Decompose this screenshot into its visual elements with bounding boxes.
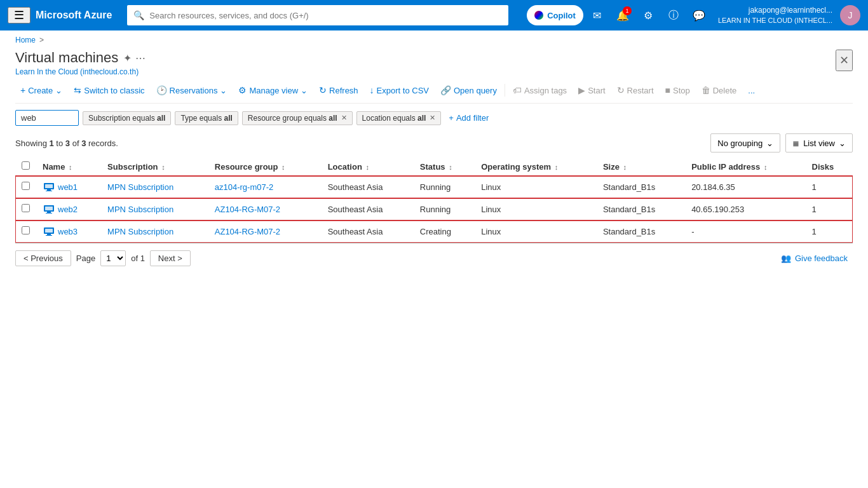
size-sort-icon[interactable]: ↕ [623, 163, 627, 171]
view-controls: No grouping ⌄ ≣ List view ⌄ [710, 133, 853, 152]
switch-to-classic-button[interactable]: ⇆ Switch to classic [69, 83, 149, 98]
email-icon-button[interactable]: ✉ [586, 4, 609, 27]
user-avatar[interactable]: J [840, 5, 860, 25]
subscription-sort-icon[interactable]: ↕ [161, 163, 165, 171]
os-value: Linux [475, 198, 597, 220]
close-button[interactable]: ✕ [836, 50, 853, 71]
copilot-button[interactable]: Copilot [527, 5, 583, 25]
previous-button[interactable]: < Previous [15, 250, 71, 266]
public-ip-sort-icon[interactable]: ↕ [764, 163, 768, 171]
filter-search-input[interactable] [15, 110, 79, 126]
next-button[interactable]: Next > [150, 250, 191, 266]
col-header-os[interactable]: Operating system ↕ [475, 158, 597, 176]
table-scroll-area[interactable]: Name ↕ Subscription ↕ Resource group ↕ L… [15, 158, 853, 243]
open-query-icon: 🔗 [440, 85, 451, 95]
page-title: Virtual machines ✦ ⋯ [15, 50, 146, 66]
status-sort-icon[interactable]: ↕ [449, 163, 452, 171]
resource-group-sort-icon[interactable]: ↕ [281, 163, 285, 171]
disks-value: 1 [806, 198, 853, 220]
settings-icon-button[interactable]: ⚙ [637, 4, 660, 27]
page-title-area: Virtual machines ✦ ⋯ Learn In the Cloud … [15, 50, 146, 76]
filter-tag-subscription[interactable]: Subscription equals all [83, 111, 171, 125]
export-csv-button[interactable]: ↓ Export to CSV [365, 83, 434, 98]
hamburger-menu[interactable]: ☰ [8, 7, 31, 24]
location-sort-icon[interactable]: ↕ [365, 163, 369, 171]
azure-logo: Microsoft Azure [36, 10, 112, 21]
table-row: web1MPN Subscriptionaz104-rg-m07-2Southe… [15, 176, 853, 198]
manage-view-button[interactable]: ⚙ Manage view ⌄ [233, 83, 313, 98]
help-icon-button[interactable]: ⓘ [662, 4, 685, 27]
manage-view-icon: ⚙ [238, 85, 247, 95]
size-value: Standard_B1s [597, 198, 685, 220]
assign-tags-button[interactable]: 🏷 Assign tags [508, 83, 572, 98]
vm-name-link[interactable]: web3 [58, 227, 78, 236]
vm-table: Name ↕ Subscription ↕ Resource group ↕ L… [15, 158, 853, 243]
col-header-location[interactable]: Location ↕ [322, 158, 414, 176]
name-sort-icon[interactable]: ↕ [69, 163, 72, 171]
svg-rect-11 [46, 235, 52, 236]
filter-tag-type[interactable]: Type equals all [175, 111, 238, 125]
give-feedback-button[interactable]: 👥 Give feedback [776, 251, 853, 266]
create-button[interactable]: + Create ⌄ [15, 83, 67, 98]
row-checkbox-1[interactable] [22, 204, 30, 212]
col-header-status[interactable]: Status ↕ [414, 158, 475, 176]
pin-icon[interactable]: ✦ [123, 52, 132, 64]
search-input[interactable] [149, 11, 502, 20]
open-query-button[interactable]: 🔗 Open query [435, 83, 502, 98]
manage-view-dropdown-icon: ⌄ [301, 86, 308, 95]
more-options-icon[interactable]: ⋯ [135, 52, 146, 64]
vm-table-body: web1MPN Subscriptionaz104-rg-m07-2Southe… [15, 176, 853, 243]
breadcrumb-home[interactable]: Home [15, 36, 36, 44]
topbar-actions: Copilot ✉ 🔔 1 ⚙ ⓘ 💬 jakapong@learninthec… [527, 4, 860, 27]
col-header-subscription[interactable]: Subscription ↕ [101, 158, 208, 176]
filter-tag-location[interactable]: Location equals all ✕ [356, 111, 442, 125]
feedback-icon-button[interactable]: 💬 [688, 4, 710, 27]
table-row: web3MPN SubscriptionAZ104-RG-M07-2Southe… [15, 220, 853, 243]
assign-tags-icon: 🏷 [513, 85, 522, 95]
resource-group-link[interactable]: AZ104-RG-M07-2 [215, 227, 280, 236]
filter-tag-location-remove[interactable]: ✕ [430, 114, 435, 122]
svg-rect-2 [47, 189, 51, 191]
grouping-chevron-icon: ⌄ [766, 139, 773, 148]
start-button[interactable]: ▶ Start [573, 83, 610, 98]
user-info[interactable]: jakapong@learninthecl... LEARN IN THE CL… [713, 6, 837, 25]
subscription-link[interactable]: MPN Subscription [107, 227, 173, 236]
os-sort-icon[interactable]: ↕ [555, 163, 559, 171]
row-checkbox-2[interactable] [22, 226, 30, 234]
svg-rect-3 [46, 191, 52, 191]
delete-button[interactable]: 🗑 Delete [696, 83, 742, 98]
filter-tag-resource-group[interactable]: Resource group equals all ✕ [242, 111, 353, 125]
col-header-size[interactable]: Size ↕ [597, 158, 685, 176]
subscription-link[interactable]: MPN Subscription [107, 182, 173, 192]
reservations-dropdown-icon: ⌄ [220, 86, 227, 95]
col-header-public-ip[interactable]: Public IP address ↕ [685, 158, 805, 176]
pagination-left: < Previous Page 1 of 1 Next > [15, 250, 191, 266]
resource-group-link[interactable]: az104-rg-m07-2 [215, 182, 274, 192]
disks-value: 1 [806, 176, 853, 198]
reservations-button[interactable]: 🕑 Reservations ⌄ [151, 83, 233, 98]
vm-name-link[interactable]: web2 [58, 205, 78, 214]
vm-name-link[interactable]: web1 [58, 182, 78, 192]
add-filter-button[interactable]: + Add filter [445, 111, 492, 125]
row-checkbox-0[interactable] [22, 182, 30, 190]
refresh-button[interactable]: ↻ Refresh [314, 83, 363, 98]
refresh-icon: ↻ [319, 85, 327, 95]
notifications-button[interactable]: 🔔 1 [611, 4, 634, 27]
col-header-resource-group[interactable]: Resource group ↕ [208, 158, 322, 176]
view-chevron-icon: ⌄ [839, 139, 846, 148]
select-all-header[interactable] [15, 158, 36, 176]
vm-icon [43, 203, 55, 215]
grouping-dropdown[interactable]: No grouping ⌄ [710, 133, 780, 152]
page-select[interactable]: 1 [100, 250, 126, 266]
resource-group-link[interactable]: AZ104-RG-M07-2 [215, 205, 280, 214]
stop-button[interactable]: ■ Stop [660, 83, 695, 98]
more-actions-button[interactable]: ... [743, 83, 760, 98]
os-value: Linux [475, 220, 597, 243]
table-controls: Showing 1 to 3 of 3 records. No grouping… [15, 131, 853, 158]
filter-tag-resource-group-remove[interactable]: ✕ [341, 114, 347, 122]
subscription-link[interactable]: MPN Subscription [107, 205, 173, 214]
col-header-name[interactable]: Name ↕ [36, 158, 101, 176]
view-dropdown[interactable]: ≣ List view ⌄ [785, 133, 853, 152]
restart-button[interactable]: ↻ Restart [612, 83, 659, 98]
select-all-checkbox[interactable] [22, 161, 30, 170]
